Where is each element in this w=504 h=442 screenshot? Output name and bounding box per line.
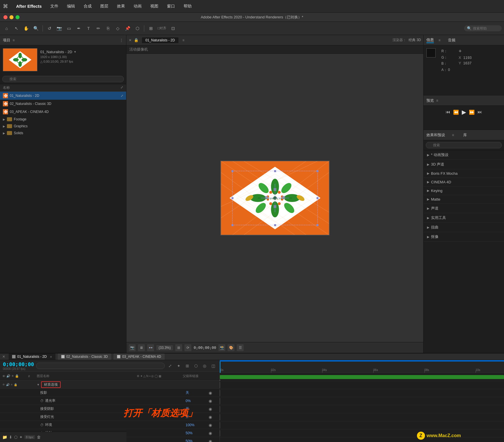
go-end-btn[interactable]: ⏭ [478, 109, 482, 115]
effect-item-2[interactable]: ▶ Boris FX Mocha [424, 169, 504, 178]
zoom-tool[interactable]: 🔍 [32, 24, 40, 33]
effects-menu[interactable]: ≡ [452, 133, 454, 137]
play-btn[interactable]: ▶ [462, 109, 466, 116]
stopwatch-ambient[interactable]: ⏱ [40, 423, 44, 427]
project-item-4[interactable]: ▶ Graphics [0, 123, 126, 130]
effect-item-0[interactable]: ▶ * 动画预设 [424, 150, 504, 160]
tl-icon-6[interactable]: ◫ [210, 363, 217, 369]
project-menu[interactable]: ≡ [13, 38, 15, 42]
material-expand[interactable]: ▼ [37, 383, 40, 386]
tl-tab-0[interactable]: 01_Naturalists - 2D ≡ [9, 353, 55, 360]
camera-snap[interactable]: 📸 [218, 344, 225, 351]
wand-btn[interactable]: ✦ [19, 435, 23, 439]
specular-value[interactable]: 50% [186, 439, 209, 442]
transform-tool[interactable]: ⊡ [169, 24, 177, 33]
lib-tab[interactable]: 库 [463, 132, 467, 138]
project-item-5[interactable]: ▶ Solids [0, 130, 126, 137]
tl-icon-5[interactable]: ◎ [201, 363, 208, 369]
text-tool[interactable]: T [84, 24, 93, 33]
effects-search-input[interactable] [426, 142, 502, 148]
effect-item-1[interactable]: ▶ 3D 声道 [424, 160, 504, 169]
menu-layer[interactable]: 图层 [99, 3, 110, 10]
prev-frame-btn[interactable]: ⏪ [453, 109, 459, 115]
delete-btn[interactable]: 🗑 [37, 435, 41, 439]
tl-icon-1[interactable]: ⤢ [167, 363, 173, 369]
pin-tool[interactable]: 📌 [123, 24, 132, 33]
new-folder-btn[interactable]: 📁 [2, 435, 7, 439]
tl-timecode[interactable]: 0;00;00;00 [3, 361, 34, 367]
minimize-button[interactable] [9, 15, 14, 19]
hand-tool[interactable]: ✋ [22, 24, 30, 33]
comp-icon-btn[interactable]: ⬡ [14, 435, 18, 439]
glasses-btn[interactable]: 👓 [147, 344, 154, 351]
menu-window[interactable]: 窗口 [165, 3, 177, 10]
project-item-1[interactable]: 02_Naturalists - Classic 3D [0, 100, 126, 108]
preview-menu-icon[interactable]: ≡ [436, 99, 438, 103]
rotate-tool[interactable]: ↺ [45, 24, 54, 33]
shadow-value[interactable]: 关 [186, 390, 209, 395]
project-item-3[interactable]: ▶ Footage [0, 116, 126, 123]
maximize-button[interactable] [16, 15, 20, 19]
next-frame-btn[interactable]: ⏩ [469, 109, 475, 115]
comp-tab-menu[interactable]: ≡ [182, 38, 184, 42]
zoom-control[interactable]: (33.3%) [156, 345, 173, 350]
tl-icon-4[interactable]: ⬡ [193, 363, 199, 369]
opacity-value[interactable]: 0% [186, 399, 209, 403]
home-tool[interactable]: ⌂ [2, 24, 11, 33]
material-label[interactable]: 材质选项 [41, 381, 61, 388]
brush-tool[interactable]: ✏ [94, 24, 103, 33]
flow-btn[interactable]: ☰ [237, 344, 244, 351]
project-options-icon[interactable]: ⋮ [120, 38, 123, 42]
menu-help[interactable]: 帮助 [182, 3, 193, 10]
menu-comp[interactable]: 合成 [82, 3, 93, 10]
clone-tool[interactable]: ⎘ [104, 24, 112, 33]
effect-item-3[interactable]: ▶ CINEMA 4D [424, 178, 504, 187]
lock-material[interactable]: 🔒 [14, 383, 17, 386]
tl-tab-menu-0[interactable]: ≡ [50, 355, 52, 358]
app-name[interactable]: After Effects [14, 3, 43, 10]
stopwatch-opacity[interactable]: ⏱ [40, 399, 44, 403]
rect-tool[interactable]: ▭ [65, 24, 73, 33]
info-menu-icon[interactable]: ≡ [438, 38, 440, 42]
ambient-value[interactable]: 100% [186, 423, 209, 427]
effect-item-9[interactable]: ▶ 抠像 [424, 232, 504, 242]
align-tool[interactable]: ⊞ [147, 24, 155, 33]
menu-animation[interactable]: 动画 [132, 3, 143, 10]
effect-item-6[interactable]: ▶ 声道 [424, 204, 504, 213]
info-tab[interactable]: 信息 [426, 37, 434, 43]
audio-material[interactable]: 🔊 [6, 383, 9, 386]
close-button[interactable] [3, 15, 7, 19]
diffuse-value[interactable]: 50% [186, 431, 209, 435]
matte-btn[interactable]: ⟳ [184, 344, 191, 351]
menu-file[interactable]: 文件 [49, 3, 60, 10]
color-btn[interactable]: 🎨 [228, 344, 234, 351]
search-input[interactable] [473, 26, 499, 30]
menu-view[interactable]: 视图 [149, 3, 160, 10]
project-search-input[interactable] [2, 76, 124, 82]
select-tool[interactable]: ↖ [12, 24, 21, 33]
eraser-tool[interactable]: ◇ [114, 24, 122, 33]
project-item-2[interactable]: 03_APEAK - CINEMA 4D [0, 108, 126, 116]
apple-menu[interactable]: ⌘ [3, 3, 8, 9]
tl-icon-2[interactable]: ✦ [176, 363, 182, 369]
tl-close-btn[interactable]: ✕ [2, 355, 5, 359]
eye-material[interactable]: 👁 [2, 383, 5, 386]
audio-tab[interactable]: 音频 [448, 38, 455, 43]
effect-item-4[interactable]: ▶ Keying [424, 187, 504, 195]
snapshot-btn[interactable]: 📷 [129, 344, 136, 351]
monitor-btn[interactable]: 🖥 [138, 344, 145, 351]
tl-search-input[interactable] [36, 363, 165, 369]
menu-effects[interactable]: 效果 [115, 3, 127, 10]
menu-edit[interactable]: 编辑 [65, 3, 77, 10]
camera-tool[interactable]: 📷 [55, 24, 64, 33]
solo-material[interactable]: ☀ [10, 383, 13, 386]
tl-icon-3[interactable]: ⊞ [184, 363, 191, 369]
shape-tool[interactable]: ⬡ [133, 24, 142, 33]
effect-item-7[interactable]: ▶ 实用工具 [424, 213, 504, 223]
comp-tab-active[interactable]: 01_Naturalists - 2D [142, 37, 178, 43]
pen-tool[interactable]: ✒ [74, 24, 83, 33]
effect-item-5[interactable]: ▶ Matte [424, 195, 504, 204]
tl-tab-2[interactable]: 03_APEAK - CINEMA 4D [114, 353, 164, 360]
grid-btn[interactable]: ⊞ [175, 344, 182, 351]
renderer-value[interactable]: 经典 3D [409, 38, 421, 43]
